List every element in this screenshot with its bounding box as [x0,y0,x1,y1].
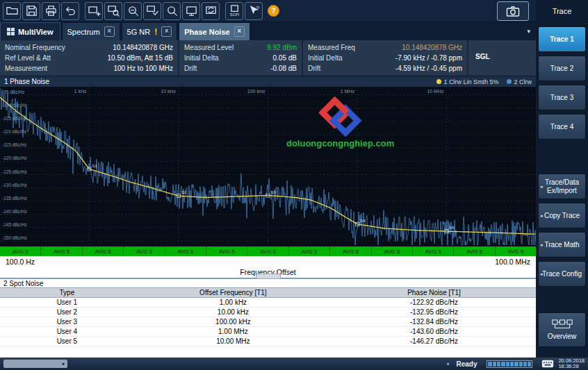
help-cursor-icon[interactable]: ? [245,2,263,20]
camera-icon [506,5,520,17]
softkey-overview[interactable]: Overview [538,312,586,347]
measured-level-value: 9.92 dBm [267,42,297,53]
spot-marker-label: S1 [92,164,98,168]
toolbar: SCPI ? ? [0,0,536,22]
overview-flow-icon [552,319,573,331]
zoom-out-icon[interactable] [124,2,142,20]
info-label: Initial Delta [184,53,218,63]
y-tick-label: -130 dBc/Hz [2,183,27,187]
zoom-window-icon[interactable] [104,2,122,20]
submenu-arrow-icon: ◂ [540,241,543,249]
legend-label: 1 Clrw Lin Smth 5% [443,78,498,85]
x-tick-label: 1 kHz [74,89,87,94]
phase-noise-plot[interactable]: -95 dBc/Hz-100 dBc/Hz-105 dBc/Hz-110 dBc… [0,87,536,246]
table-row[interactable]: User 510.00 MHz-146.27 dBc/Hz [0,337,536,346]
datetime: 20.09.2018 16:36:28 [558,358,585,369]
column-header[interactable]: Type [0,288,134,297]
close-icon[interactable]: × [161,26,172,37]
info-value: -4.59 kHz / -0.45 ppm [395,63,462,74]
table-cell: User 1 [0,298,134,307]
info-col-level: Measured Level9.92 dBm Initial Delta0.05… [179,40,303,76]
info-label: Measured Freq [308,42,355,53]
info-label: Ref Level & Att [5,53,51,63]
table-row[interactable]: User 210.00 kHz-132.95 dBc/Hz [0,308,536,317]
avg-segment: AVG 5 [289,246,330,256]
table-row[interactable]: User 3100.00 kHz-132.84 dBc/Hz [0,317,536,327]
softkey-label: Trace 4 [550,123,574,131]
help-cursor-glyph: ? [256,5,259,12]
progress-segment [528,362,531,367]
pane-splitter-handle[interactable] [256,274,281,279]
keyboard-icon[interactable] [541,360,555,368]
camera-button[interactable] [497,1,529,21]
softkey-trace-config[interactable]: ◂Trace Config [538,261,586,287]
chevron-down-icon[interactable]: ▾ [446,361,449,367]
softkey-copy-trace[interactable]: ◂Copy Trace [538,203,586,228]
screen-add-icon[interactable] [85,2,103,20]
tab-phase-noise[interactable]: Phase Noise × [179,22,250,40]
avg-segment: AVG 5 [496,246,536,256]
channel-tab-bar: MultiView Spectrum × 5G NR ! × Phase Noi… [0,22,536,40]
spot-marker-label: S5 [450,226,455,230]
legend-item: 1 Clrw Lin Smth 5% [436,78,498,85]
x-tick-label: 10 MHz [427,89,444,94]
main-panel: MultiView Spectrum × 5G NR ! × Phase Noi… [0,22,536,358]
close-icon[interactable]: × [234,26,245,37]
tab-5g-nr[interactable]: 5G NR ! × [122,22,178,40]
x-tick-label: 10 kHz [161,89,176,94]
info-label: Drift [308,63,320,74]
search-icon[interactable] [163,2,181,20]
x-axis-label-row: Frequency Offset [0,267,536,278]
tab-overflow-button[interactable]: ▾ [521,28,536,35]
table-cell: User 4 [0,327,134,336]
softkey-trace-3[interactable]: Trace 3 [538,85,586,110]
print-icon[interactable] [42,2,60,20]
close-icon[interactable]: × [104,26,115,37]
info-label: Nominal Frequency [5,42,65,53]
tab-spectrum[interactable]: Spectrum × [62,22,120,40]
avg-segment: AVG 5 [413,246,454,256]
tab-label: 5G NR [127,28,151,36]
trace-legend: 1 Clrw Lin Smth 5%2 Clrw [436,78,532,85]
avg-segment: AVG 5 [247,246,288,256]
softkey-trace-2[interactable]: Trace 2 [538,56,586,81]
softkey-sidebar: Trace 1 Trace 2 Trace 3 Trace 4 ◂Trace/D… [536,22,588,358]
y-tick-label: -125 dBc/Hz [2,169,27,174]
app-window: SCPI ? ? Trace MultiView Spectrum × 5G N… [0,0,588,370]
progress-segment [497,362,500,367]
softkey-label: Trace/Data Ex/Import [541,178,583,195]
scpi-icon[interactable]: SCPI [225,2,243,20]
help-icon[interactable]: ? [264,2,282,20]
monitor-icon[interactable] [182,2,200,20]
table-row[interactable]: User 11.00 kHz-122.92 dBc/Hz [0,298,536,308]
legend-label: 2 Clrw [514,78,532,85]
undo-icon[interactable] [61,2,79,20]
folder-open-icon[interactable] [3,2,21,20]
save-icon[interactable] [22,2,40,20]
spot-noise-body: User 11.00 kHz-122.92 dBc/HzUser 210.00 … [0,298,536,346]
spot-marker-label: S3 [271,190,277,194]
softkey-trace-1[interactable]: Trace 1 [538,26,586,52]
multiview-button[interactable]: MultiView [0,22,60,40]
softkey-trace-data-ex-import[interactable]: ◂Trace/Data Ex/Import [538,174,586,199]
progress-segment [493,362,496,367]
tab-label: Spectrum [67,28,100,36]
table-cell: 10.00 MHz [134,337,332,346]
submenu-arrow-icon: ◂ [540,270,543,278]
multiview-label: MultiView [18,28,54,36]
softkey-trace-math[interactable]: ◂Trace Math [538,232,586,258]
info-value: -0.08 dB [270,63,297,74]
softkey-trace-4[interactable]: Trace 4 [538,114,586,140]
info-value: 10.50 dBm, Att 15 dB [107,53,173,63]
trace-color-dot [507,79,512,84]
avg-segment: AVG 5 [372,246,413,256]
zoom-check-icon[interactable] [143,2,161,20]
softkey-label: Copy Trace [544,212,580,220]
sync-icon[interactable] [202,2,220,20]
spot-noise-header-row: Type Offset Frequency [T1] Phase Noise [… [0,287,536,298]
column-header[interactable]: Offset Frequency [T1] [134,288,332,297]
table-row[interactable]: User 41.00 MHz-143.60 dBc/Hz [0,327,536,337]
status-dropdown[interactable]: ▾ [3,360,67,368]
sidebar-header: Trace [536,0,588,22]
column-header[interactable]: Phase Noise [T1] [332,288,536,297]
